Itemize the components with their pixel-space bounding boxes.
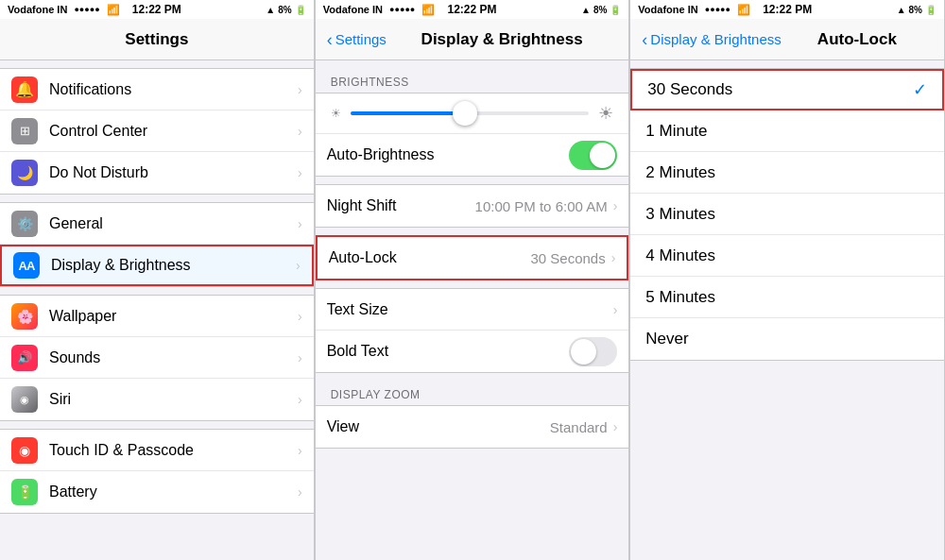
wallpaper-icon: 🌸 [11,303,38,330]
control-center-icon: ⊞ [11,118,38,144]
chevron-notifications: › [298,82,302,97]
chevron-battery: › [298,484,302,500]
sounds-label: Sounds [49,349,298,366]
back-chevron-3: ‹ [642,31,647,48]
general-label: General [49,215,298,232]
chevron-display: › [296,258,301,273]
sidebar-item-touch-id[interactable]: ◉ Touch ID & Passcode › [0,430,314,471]
brightness-slider[interactable] [351,111,590,115]
back-button-2[interactable]: ‹ Settings [327,31,387,48]
sidebar-item-notifications[interactable]: 🔔 Notifications › [0,69,314,110]
status-bar-1: Vodafone IN ●●●●● 📶 12:22 PM ▲ 8% 🔋 [0,0,314,19]
option-4m-label: 4 Minutes [645,246,715,265]
time-3: 12:22 PM [763,3,812,16]
panel-display-brightness: Vodafone IN ●●●●● 📶 12:22 PM ▲ 8% 🔋 ‹ Se… [316,0,630,560]
chevron-siri: › [298,392,302,407]
option-1-minute[interactable]: 1 Minute [630,110,944,152]
slider-thumb[interactable] [453,101,477,126]
sounds-icon: 🔊 [11,345,38,371]
night-shift-label: Night Shift [327,197,475,214]
option-30-seconds[interactable]: 30 Seconds ✓ [630,69,944,110]
auto-lock-value: 30 Seconds [530,250,605,266]
battery-3: 8% [909,5,922,15]
auto-brightness-toggle[interactable] [569,141,617,170]
nav-bar-2: ‹ Settings Display & Brightness [316,19,629,60]
bold-text-item[interactable]: Bold Text [316,331,629,372]
notifications-label: Notifications [49,81,298,98]
option-30s-label: 30 Seconds [647,80,732,99]
option-2-minutes[interactable]: 2 Minutes [630,152,944,194]
carrier-2: Vodafone IN [323,4,383,15]
brightness-section: BRIGHTNESS ☀ ☀ Auto-Brightness [316,60,629,177]
chevron-view: › [613,419,618,434]
option-1m-label: 1 Minute [645,122,707,141]
page-title-1: Settings [11,30,302,49]
notifications-icon: 🔔 [11,76,38,103]
siri-icon: ◉ [11,386,38,413]
status-right-1: ▲ 8% 🔋 [266,5,305,15]
do-not-disturb-icon: 🌙 [11,160,38,186]
touch-id-label: Touch ID & Passcode [49,442,298,459]
status-right-2: ▲ 8% 🔋 [581,5,621,15]
option-5m-label: 5 Minutes [645,288,715,307]
sidebar-item-battery[interactable]: 🔋 Battery › [0,471,314,513]
nav-bar-1: Settings [0,19,314,60]
text-size-label: Text Size [327,301,613,318]
wifi-icon-1: 📶 [107,4,120,16]
sidebar-item-control-center[interactable]: ⊞ Control Center › [0,110,314,152]
brightness-header: BRIGHTNESS [316,60,629,93]
page-title-2: Display & Brightness [387,30,617,49]
bold-text-label: Bold Text [327,343,570,360]
status-left-1: Vodafone IN ●●●●● 📶 [8,4,120,16]
back-label-2: Settings [335,31,387,47]
option-3-minutes[interactable]: 3 Minutes [630,194,944,235]
text-size-item[interactable]: Text Size › [316,289,629,331]
sidebar-item-general[interactable]: ⚙️ General › [0,203,314,245]
location-icon-1: ▲ [266,5,275,15]
sidebar-item-sounds[interactable]: 🔊 Sounds › [0,337,314,379]
control-center-label: Control Center [49,123,298,140]
night-shift-group: Night Shift 10:00 PM to 6:00 AM › [316,184,629,228]
sidebar-item-do-not-disturb[interactable]: 🌙 Do Not Disturb › [0,152,314,194]
wifi-icon-2: 📶 [421,4,435,16]
group-2: ⚙️ General › AA Display & Brightness › [0,202,314,287]
brightness-high-icon: ☀ [598,103,613,124]
night-shift-item[interactable]: Night Shift 10:00 PM to 6:00 AM › [316,185,629,227]
display-brightness-label: Display & Brightness [51,257,296,274]
location-icon-3: ▲ [897,5,906,15]
display-zoom-group: View Standard › [316,405,629,449]
signal-1: ●●●●● [74,5,99,14]
battery-1: 8% [278,5,291,15]
sidebar-item-display-brightness[interactable]: AA Display & Brightness › [0,245,314,286]
battery-icon-2: 🔋 [610,5,621,15]
view-item[interactable]: View Standard › [316,406,629,448]
chevron-auto-lock: › [611,250,616,265]
chevron-text-size: › [613,302,618,317]
option-never-label: Never [645,330,688,348]
back-button-3[interactable]: ‹ Display & Brightness [642,31,781,48]
back-label-3: Display & Brightness [650,31,781,47]
chevron-night-shift: › [613,198,618,213]
option-3m-label: 3 Minutes [645,205,715,224]
brightness-slider-row: ☀ ☀ [316,93,629,134]
carrier-1: Vodafone IN [8,4,67,15]
touch-id-icon: ◉ [11,437,38,464]
sidebar-item-wallpaper[interactable]: 🌸 Wallpaper › [0,296,314,337]
view-label: View [327,418,550,435]
status-bar-3: Vodafone IN ●●●●● 📶 12:22 PM ▲ 8% 🔋 [630,0,944,19]
option-5-minutes[interactable]: 5 Minutes [630,277,944,318]
auto-brightness-item[interactable]: Auto-Brightness [316,134,629,176]
panel-settings: Vodafone IN ●●●●● 📶 12:22 PM ▲ 8% 🔋 Sett… [0,0,315,560]
carrier-3: Vodafone IN [638,4,697,15]
auto-lock-item[interactable]: Auto-Lock 30 Seconds › [318,237,627,279]
option-4-minutes[interactable]: 4 Minutes [630,235,944,277]
sidebar-item-siri[interactable]: ◉ Siri › [0,379,314,420]
text-group: Text Size › Bold Text [316,288,629,373]
siri-label: Siri [49,391,298,408]
battery-2: 8% [593,5,607,15]
option-never[interactable]: Never [630,318,944,360]
page-title-3: Auto-Lock [782,30,933,49]
bold-text-toggle[interactable] [569,337,617,366]
wallpaper-label: Wallpaper [49,308,298,325]
back-chevron-2: ‹ [327,31,333,48]
